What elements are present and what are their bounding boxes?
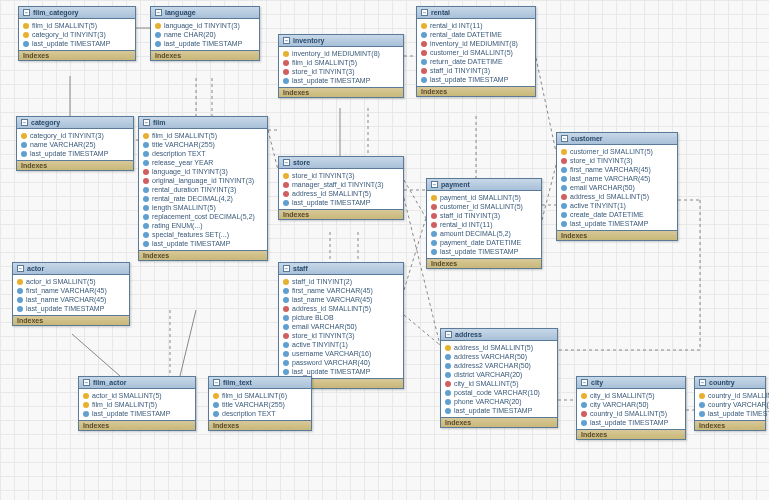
collapse-icon[interactable]: − xyxy=(283,265,290,272)
indexes-section[interactable]: Indexes xyxy=(13,315,129,325)
column[interactable]: create_date DATETIME xyxy=(557,210,677,219)
column[interactable]: special_features SET(...) xyxy=(139,230,267,239)
column[interactable]: return_date DATETIME xyxy=(417,57,535,66)
indexes-section[interactable]: Indexes xyxy=(209,420,311,430)
column[interactable]: title VARCHAR(255) xyxy=(139,140,267,149)
indexes-section[interactable]: Indexes xyxy=(279,87,403,97)
column[interactable]: district VARCHAR(20) xyxy=(441,370,557,379)
column[interactable]: address2 VARCHAR(50) xyxy=(441,361,557,370)
table-header[interactable]: −country xyxy=(695,377,765,389)
column[interactable]: last_update TIMESTAMP xyxy=(441,406,557,415)
column[interactable]: email VARCHAR(50) xyxy=(557,183,677,192)
table-header[interactable]: −inventory xyxy=(279,35,403,47)
table-store[interactable]: −storestore_id TINYINT(3)manager_staff_i… xyxy=(278,156,404,220)
column[interactable]: country_id SMALLINT(5) xyxy=(695,391,765,400)
column[interactable]: address_id SMALLINT(5) xyxy=(441,343,557,352)
column[interactable]: last_name VARCHAR(45) xyxy=(557,174,677,183)
column[interactable]: title VARCHAR(255) xyxy=(209,400,311,409)
column[interactable]: name VARCHAR(25) xyxy=(17,140,133,149)
indexes-section[interactable]: Indexes xyxy=(17,160,133,170)
table-header[interactable]: −staff xyxy=(279,263,403,275)
table-header[interactable]: −film_text xyxy=(209,377,311,389)
collapse-icon[interactable]: − xyxy=(283,37,290,44)
column[interactable]: film_id SMALLINT(5) xyxy=(19,21,135,30)
table-inventory[interactable]: −inventoryinventory_id MEDIUMINT(8)film_… xyxy=(278,34,404,98)
indexes-section[interactable]: Indexes xyxy=(151,50,259,60)
indexes-section[interactable]: Indexes xyxy=(79,420,195,430)
collapse-icon[interactable]: − xyxy=(581,379,588,386)
column[interactable]: store_id TINYINT(3) xyxy=(279,331,403,340)
column[interactable]: address_id SMALLINT(5) xyxy=(279,189,403,198)
table-city[interactable]: −citycity_id SMALLINT(5)city VARCHAR(50)… xyxy=(576,376,686,440)
column[interactable]: staff_id TINYINT(3) xyxy=(417,66,535,75)
column[interactable]: description TEXT xyxy=(209,409,311,418)
column[interactable]: active TINYINT(1) xyxy=(279,340,403,349)
collapse-icon[interactable]: − xyxy=(155,9,162,16)
table-film_text[interactable]: −film_textfilm_id SMALLINT(6)title VARCH… xyxy=(208,376,312,431)
column[interactable]: release_year YEAR xyxy=(139,158,267,167)
column[interactable]: manager_staff_id TINYINT(3) xyxy=(279,180,403,189)
column[interactable]: address VARCHAR(50) xyxy=(441,352,557,361)
column[interactable]: actor_id SMALLINT(5) xyxy=(79,391,195,400)
column[interactable]: username VARCHAR(16) xyxy=(279,349,403,358)
table-header[interactable]: −customer xyxy=(557,133,677,145)
column[interactable]: city_id SMALLINT(5) xyxy=(577,391,685,400)
collapse-icon[interactable]: − xyxy=(283,159,290,166)
table-film_category[interactable]: −film_categoryfilm_id SMALLINT(5)categor… xyxy=(18,6,136,61)
column[interactable]: last_update TIMESTAMP xyxy=(695,409,765,418)
indexes-section[interactable]: Indexes xyxy=(695,420,765,430)
collapse-icon[interactable]: − xyxy=(213,379,220,386)
column[interactable]: rental_rate DECIMAL(4,2) xyxy=(139,194,267,203)
column[interactable]: last_update TIMESTAMP xyxy=(151,39,259,48)
column[interactable]: city VARCHAR(50) xyxy=(577,400,685,409)
column[interactable]: store_id TINYINT(3) xyxy=(279,67,403,76)
column[interactable]: rating ENUM(...) xyxy=(139,221,267,230)
table-header[interactable]: −actor xyxy=(13,263,129,275)
column[interactable]: language_id TINYINT(3) xyxy=(151,21,259,30)
column[interactable]: film_id SMALLINT(5) xyxy=(279,58,403,67)
column[interactable]: last_name VARCHAR(45) xyxy=(279,295,403,304)
column[interactable]: last_update TIMESTAMP xyxy=(279,367,403,376)
column[interactable]: original_language_id TINYINT(3) xyxy=(139,176,267,185)
collapse-icon[interactable]: − xyxy=(421,9,428,16)
column[interactable]: phone VARCHAR(20) xyxy=(441,397,557,406)
column[interactable]: film_id SMALLINT(6) xyxy=(209,391,311,400)
column[interactable]: last_update TIMESTAMP xyxy=(417,75,535,84)
column[interactable]: payment_id SMALLINT(5) xyxy=(427,193,541,202)
table-header[interactable]: −store xyxy=(279,157,403,169)
column[interactable]: rental_date DATETIME xyxy=(417,30,535,39)
indexes-section[interactable]: Indexes xyxy=(139,250,267,260)
indexes-section[interactable]: Indexes xyxy=(577,429,685,439)
table-film_actor[interactable]: −film_actoractor_id SMALLINT(5)film_id S… xyxy=(78,376,196,431)
column[interactable]: rental_duration TINYINT(3) xyxy=(139,185,267,194)
collapse-icon[interactable]: − xyxy=(445,331,452,338)
column[interactable]: last_update TIMESTAMP xyxy=(279,76,403,85)
column[interactable]: staff_id TINYINT(2) xyxy=(279,277,403,286)
table-language[interactable]: −languagelanguage_id TINYINT(3)name CHAR… xyxy=(150,6,260,61)
table-customer[interactable]: −customercustomer_id SMALLINT(5)store_id… xyxy=(556,132,678,241)
column[interactable]: replacement_cost DECIMAL(5,2) xyxy=(139,212,267,221)
column[interactable]: last_update TIMESTAMP xyxy=(557,219,677,228)
table-category[interactable]: −categorycategory_id TINYINT(3)name VARC… xyxy=(16,116,134,171)
column[interactable]: last_update TIMESTAMP xyxy=(79,409,195,418)
table-header[interactable]: −film_category xyxy=(19,7,135,19)
column[interactable]: description TEXT xyxy=(139,149,267,158)
table-actor[interactable]: −actoractor_id SMALLINT(5)first_name VAR… xyxy=(12,262,130,326)
column[interactable]: country VARCHAR(50) xyxy=(695,400,765,409)
column[interactable]: language_id TINYINT(3) xyxy=(139,167,267,176)
column[interactable]: last_update TIMESTAMP xyxy=(13,304,129,313)
indexes-section[interactable]: Indexes xyxy=(441,417,557,427)
column[interactable]: film_id SMALLINT(5) xyxy=(139,131,267,140)
table-film[interactable]: −filmfilm_id SMALLINT(5)title VARCHAR(25… xyxy=(138,116,268,261)
table-staff[interactable]: −staffstaff_id TINYINT(2)first_name VARC… xyxy=(278,262,404,389)
column[interactable]: customer_id SMALLINT(5) xyxy=(427,202,541,211)
column[interactable]: amount DECIMAL(5,2) xyxy=(427,229,541,238)
collapse-icon[interactable]: − xyxy=(23,9,30,16)
column[interactable]: category_id TINYINT(3) xyxy=(19,30,135,39)
table-header[interactable]: −city xyxy=(577,377,685,389)
collapse-icon[interactable]: − xyxy=(699,379,706,386)
column[interactable]: password VARCHAR(40) xyxy=(279,358,403,367)
collapse-icon[interactable]: − xyxy=(21,119,28,126)
collapse-icon[interactable]: − xyxy=(431,181,438,188)
column[interactable]: last_update TIMESTAMP xyxy=(279,198,403,207)
